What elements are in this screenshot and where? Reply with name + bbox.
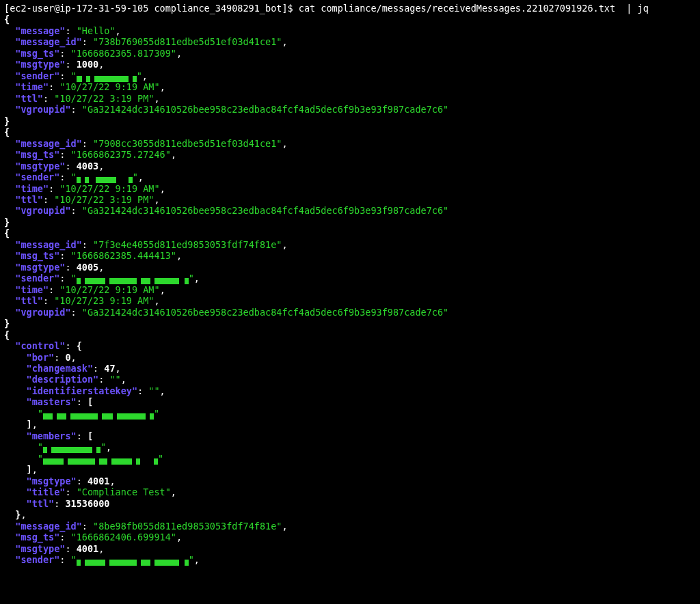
- shell-prompt: [ec2-user@ip-172-31-59-105 compliance_34…: [4, 3, 649, 14]
- terminal-output[interactable]: [ec2-user@ip-172-31-59-105 compliance_34…: [0, 0, 700, 568]
- jq-output: { "message": "Hello", "message_id": "738…: [4, 14, 696, 565]
